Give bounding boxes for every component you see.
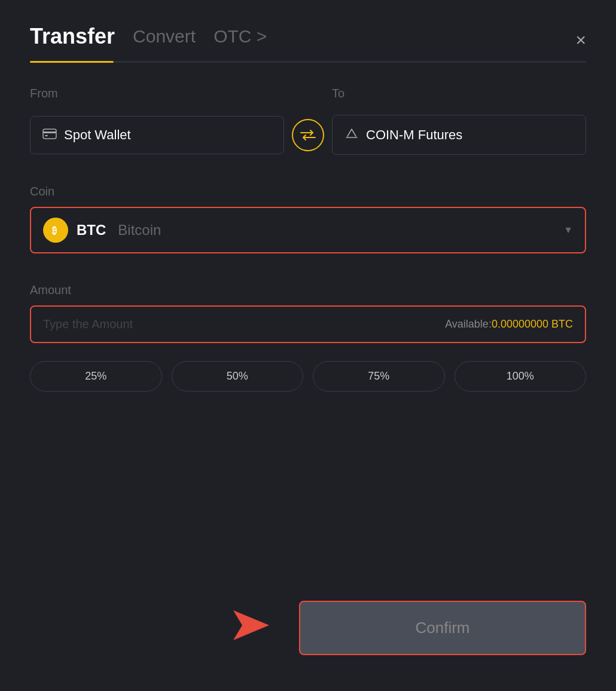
wallet-row: Spot Wallet COIN-M Futures [30,115,586,155]
modal-header: Transfer Convert OTC > × [30,24,586,56]
percent-50-button[interactable]: 50% [172,361,304,392]
card-icon [42,127,57,143]
svg-text:₿: ₿ [52,225,57,236]
arrow-icon [227,604,281,652]
available-value: 0.00000000 BTC [492,318,573,331]
amount-box: Type the Amount Available: 0.00000000 BT… [30,305,586,343]
percent-100-button[interactable]: 100% [455,361,587,392]
tab-underline-rest [114,61,586,63]
from-wallet-label: Spot Wallet [64,127,131,143]
coin-symbol: BTC [77,222,106,239]
transfer-modal: Transfer Convert OTC > × From To Spot Wa… [0,0,616,691]
to-label: To [332,87,586,100]
coin-select[interactable]: ₿ BTC Bitcoin ▼ [30,207,586,253]
tab-underline-active [30,61,114,63]
svg-marker-4 [233,610,269,640]
svg-rect-1 [43,132,56,133]
to-wallet-box[interactable]: COIN-M Futures [332,115,586,155]
available-label: Available: [445,318,492,331]
amount-label: Amount [30,283,586,297]
swap-container [284,119,332,151]
from-label: From [30,87,284,100]
percent-row: 25% 50% 75% 100% [30,361,586,392]
confirm-area: Confirm [30,601,586,655]
tab-transfer[interactable]: Transfer [30,24,115,56]
from-wallet-box[interactable]: Spot Wallet [30,116,284,154]
amount-placeholder: Type the Amount [43,317,445,331]
svg-rect-2 [45,135,48,136]
futures-icon [344,126,359,143]
percent-25-button[interactable]: 25% [30,361,162,392]
to-wallet-label: COIN-M Futures [366,127,462,143]
svg-rect-0 [43,129,56,139]
confirm-button[interactable]: Confirm [299,601,586,655]
close-button[interactable]: × [575,31,586,49]
coin-fullname: Bitcoin [118,222,161,239]
coin-label: Coin [30,185,586,198]
tab-underline-row [30,61,586,63]
tab-otc[interactable]: OTC > [214,26,267,54]
btc-icon: ₿ [43,218,68,243]
swap-button[interactable] [292,119,324,151]
tab-convert[interactable]: Convert [133,26,196,54]
percent-75-button[interactable]: 75% [313,361,445,392]
chevron-down-icon: ▼ [563,225,573,236]
